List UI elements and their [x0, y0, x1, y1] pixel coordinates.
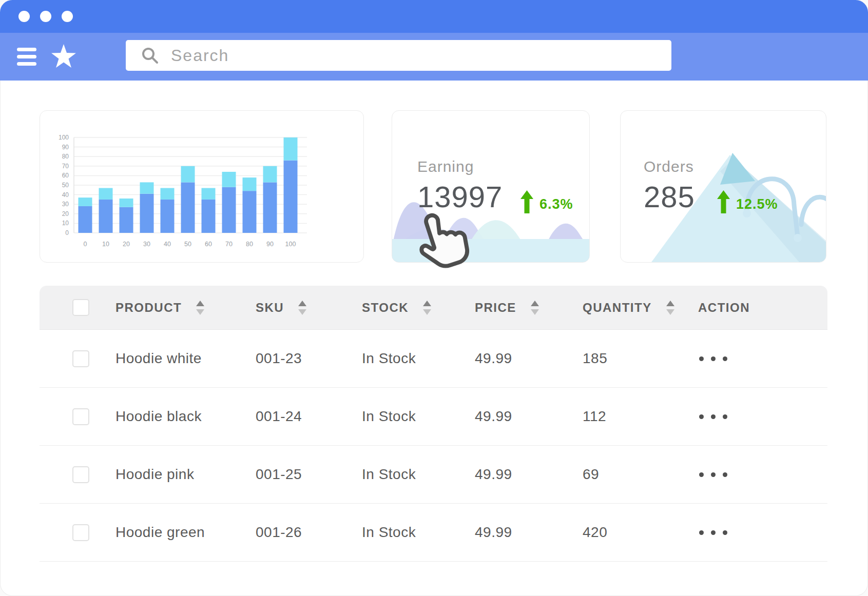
orders-delta-pct: 12.5% — [736, 197, 778, 213]
svg-text:100: 100 — [285, 241, 296, 248]
sort-icon[interactable] — [298, 301, 306, 315]
column-header-quantity: QUANTITY — [583, 301, 652, 315]
row-actions-menu-icon[interactable] — [698, 469, 728, 480]
column-header-product: PRODUCT — [115, 301, 182, 315]
table-row: Hoodie green 001-26 In Stock 49.99 420 — [40, 503, 827, 561]
stock-cell: In Stock — [362, 408, 416, 425]
product-cell: Hoodie green — [115, 524, 205, 541]
window-control-dot[interactable] — [40, 11, 51, 22]
column-header-sku: SKU — [256, 301, 284, 315]
earning-card[interactable]: Earning 13997 6.3% — [392, 110, 590, 263]
table-row: Hoodie pink 001-25 In Stock 49.99 69 — [40, 445, 827, 503]
svg-text:60: 60 — [62, 172, 69, 179]
bar-chart-svg: 0102030405060708090100010203040506070809… — [40, 111, 363, 262]
select-all-checkbox[interactable] — [72, 299, 89, 316]
earning-delta: 6.3% — [520, 190, 573, 213]
earning-label: Earning — [417, 158, 474, 175]
svg-text:0: 0 — [65, 229, 69, 236]
svg-text:80: 80 — [246, 241, 253, 248]
svg-text:30: 30 — [143, 241, 150, 248]
svg-text:10: 10 — [102, 241, 109, 248]
quantity-cell: 69 — [583, 466, 599, 483]
stock-cell: In Stock — [362, 466, 416, 483]
orders-delta: 12.5% — [717, 190, 778, 213]
earning-value: 13997 — [417, 180, 503, 214]
svg-text:80: 80 — [62, 153, 69, 160]
orders-value: 285 — [644, 180, 695, 214]
column-header-stock: STOCK — [362, 301, 409, 315]
trend-up-icon — [520, 190, 533, 213]
sort-icon[interactable] — [531, 301, 539, 315]
quantity-cell: 112 — [583, 408, 606, 425]
row-actions-menu-icon[interactable] — [698, 527, 728, 538]
search-input[interactable] — [170, 46, 671, 66]
sort-icon[interactable] — [666, 301, 674, 315]
svg-text:20: 20 — [123, 241, 130, 248]
browser-toolbar — [0, 33, 868, 81]
stock-cell: In Stock — [362, 524, 416, 541]
menu-icon[interactable] — [17, 48, 36, 66]
row-actions-menu-icon[interactable] — [698, 353, 728, 364]
sku-cell: 001-25 — [256, 466, 302, 483]
product-cell: Hoodie pink — [115, 466, 194, 483]
table-row: Hoodie white 001-23 In Stock 49.99 185 — [40, 330, 827, 387]
table-header-row: PRODUCT SKU STOCK PRICE QUANTITY ACTION — [40, 286, 827, 330]
svg-text:10: 10 — [62, 220, 69, 227]
search-icon — [141, 47, 159, 64]
sku-cell: 001-23 — [256, 350, 302, 367]
app-window: 0102030405060708090100010203040506070809… — [0, 0, 868, 596]
orders-label: Orders — [644, 158, 694, 175]
table-body: Hoodie white 001-23 In Stock 49.99 185 H… — [40, 330, 827, 561]
svg-text:50: 50 — [62, 182, 69, 189]
price-cell: 49.99 — [475, 408, 512, 425]
star-icon[interactable] — [51, 44, 76, 69]
svg-text:70: 70 — [62, 163, 69, 170]
table-row: Hoodie black 001-24 In Stock 49.99 112 — [40, 387, 827, 445]
sku-cell: 001-26 — [256, 524, 302, 541]
sales-chart-card: 0102030405060708090100010203040506070809… — [40, 110, 364, 263]
orders-card[interactable]: Orders 285 12.5% — [620, 110, 826, 263]
svg-text:30: 30 — [62, 201, 69, 208]
svg-text:100: 100 — [59, 134, 69, 141]
svg-text:40: 40 — [164, 241, 171, 248]
window-control-dot[interactable] — [62, 11, 73, 22]
row-checkbox[interactable] — [72, 524, 89, 541]
row-checkbox[interactable] — [72, 466, 89, 483]
sku-cell: 001-24 — [256, 408, 302, 425]
row-checkbox[interactable] — [72, 350, 89, 367]
products-table: PRODUCT SKU STOCK PRICE QUANTITY ACTION — [40, 286, 827, 562]
price-cell: 49.99 — [475, 350, 512, 367]
window-control-dot[interactable] — [18, 11, 30, 22]
svg-text:0: 0 — [84, 241, 87, 248]
product-cell: Hoodie black — [115, 408, 202, 425]
svg-text:90: 90 — [62, 144, 69, 151]
stock-cell: In Stock — [362, 350, 416, 367]
trend-up-icon — [717, 190, 730, 213]
price-cell: 49.99 — [475, 466, 512, 483]
svg-text:50: 50 — [184, 241, 191, 248]
window-titlebar — [0, 0, 868, 33]
row-checkbox[interactable] — [72, 408, 89, 425]
price-cell: 49.99 — [475, 524, 512, 541]
quantity-cell: 185 — [583, 350, 607, 367]
product-cell: Hoodie white — [115, 350, 202, 367]
svg-text:60: 60 — [205, 241, 212, 248]
column-header-price: PRICE — [475, 301, 516, 315]
earning-delta-pct: 6.3% — [539, 197, 573, 213]
search-bar — [126, 40, 671, 71]
svg-text:90: 90 — [266, 241, 274, 248]
row-actions-menu-icon[interactable] — [698, 411, 728, 422]
svg-text:40: 40 — [62, 191, 69, 198]
column-header-action: ACTION — [698, 301, 750, 315]
window-controls — [18, 11, 73, 22]
sort-icon[interactable] — [196, 301, 204, 315]
sort-icon[interactable] — [423, 301, 431, 315]
quantity-cell: 420 — [583, 524, 607, 541]
svg-text:70: 70 — [225, 241, 233, 248]
svg-text:20: 20 — [62, 210, 69, 217]
